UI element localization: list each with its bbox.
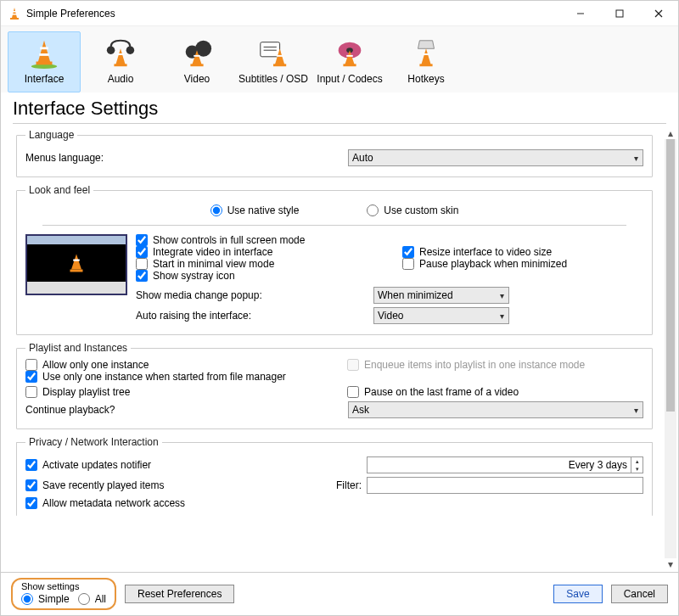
continue-playback-select[interactable]: Ask — [348, 401, 643, 418]
media-popup-select[interactable]: When minimized — [373, 287, 509, 304]
minimize-button[interactable] — [561, 1, 600, 26]
svg-marker-38 — [71, 255, 81, 270]
tab-label: Hotkeys — [407, 73, 444, 85]
tab-input-codecs[interactable]: Input / Codecs — [313, 31, 386, 92]
vertical-scrollbar[interactable]: ▴ ▾ — [665, 127, 676, 570]
svg-rect-3 — [10, 18, 19, 20]
update-interval-spinner[interactable]: ▴▾ — [367, 456, 643, 473]
pause-last-frame-checkbox[interactable]: Pause on the last frame of a video — [347, 386, 643, 398]
skin-preview — [25, 234, 127, 295]
spinner-up[interactable]: ▴ — [631, 457, 643, 465]
resize-interface-checkbox[interactable]: Resize interface to video size — [402, 246, 643, 258]
show-all-radio[interactable]: All — [78, 593, 106, 605]
enqueue-one-instance-checkbox: Enqueue items into playlist in one insta… — [347, 359, 643, 371]
group-look-feel: Look and feel Use native style Use custo… — [16, 184, 653, 335]
svg-marker-34 — [418, 41, 435, 49]
auto-raise-select[interactable]: Video — [373, 307, 509, 324]
spinner-down[interactable]: ▾ — [631, 465, 643, 473]
pause-minimized-checkbox[interactable]: Pause playback when minimized — [402, 258, 643, 270]
reset-preferences-button[interactable]: Reset Preferences — [125, 585, 234, 603]
scroll-thumb[interactable] — [666, 139, 675, 412]
tab-interface[interactable]: Interface — [8, 31, 81, 92]
minimal-view-checkbox[interactable]: Start in minimal view mode — [136, 258, 377, 270]
svg-rect-22 — [190, 64, 203, 66]
updates-notifier-checkbox[interactable]: Activate updates notifier — [25, 459, 151, 471]
native-style-radio[interactable]: Use native style — [210, 204, 300, 216]
show-settings-group: Show settings Simple All — [11, 578, 116, 610]
hotkeys-icon — [410, 37, 442, 70]
group-legend: Playlist and Instances — [25, 342, 131, 354]
audio-icon — [104, 37, 137, 70]
custom-skin-radio[interactable]: Use custom skin — [367, 204, 458, 216]
close-button[interactable] — [639, 1, 678, 26]
save-button[interactable]: Save — [553, 585, 602, 603]
menus-language-label: Menus language: — [25, 152, 104, 164]
update-interval-input[interactable] — [368, 457, 631, 473]
svg-rect-33 — [343, 64, 356, 66]
systray-checkbox[interactable]: Show systray icon — [136, 270, 377, 282]
scroll-up-arrow[interactable]: ▴ — [665, 127, 676, 139]
group-legend: Privacy / Network Interaction — [25, 436, 162, 448]
tab-label: Interface — [25, 73, 65, 85]
svg-rect-36 — [423, 53, 429, 55]
group-language: Language Menus language: Auto — [16, 129, 653, 177]
metadata-access-checkbox[interactable]: Allow metadata network access — [25, 497, 643, 509]
svg-rect-23 — [261, 42, 280, 57]
svg-rect-39 — [73, 260, 80, 261]
window-title: Simple Preferences — [26, 8, 115, 20]
maximize-button[interactable] — [600, 1, 639, 26]
tab-label: Input / Codecs — [317, 73, 382, 85]
one-instance-filemanager-checkbox[interactable]: Use only one instance when started from … — [25, 371, 643, 383]
input-codecs-icon — [334, 37, 366, 70]
svg-rect-28 — [273, 64, 286, 66]
tab-video[interactable]: Video — [160, 31, 233, 92]
category-tabs: Interface Audio Video Subtitles / OSD In… — [1, 26, 678, 92]
group-playlist: Playlist and Instances Allow only one in… — [16, 342, 653, 429]
svg-marker-0 — [12, 8, 17, 18]
fullscreen-controls-checkbox[interactable]: Show controls in full screen mode — [136, 234, 377, 246]
show-simple-radio[interactable]: Simple — [21, 593, 70, 605]
svg-rect-5 — [616, 10, 623, 17]
auto-raise-label: Auto raising the interface: — [136, 310, 373, 322]
svg-rect-17 — [114, 64, 126, 66]
svg-marker-15 — [115, 48, 125, 64]
svg-rect-40 — [70, 270, 83, 272]
svg-rect-12 — [36, 62, 53, 65]
svg-rect-1 — [13, 11, 17, 13]
svg-rect-2 — [12, 14, 17, 15]
scroll-down-arrow[interactable]: ▾ — [665, 558, 676, 570]
scroll-track[interactable] — [665, 139, 676, 558]
tab-hotkeys[interactable]: Hotkeys — [390, 31, 463, 92]
divider — [13, 123, 666, 124]
save-recent-checkbox[interactable]: Save recently played items — [25, 479, 164, 491]
page-title: Interface Settings — [1, 92, 678, 123]
settings-scroll-area: Language Menus language: Auto Look and f… — [1, 126, 665, 572]
svg-rect-32 — [346, 55, 353, 57]
svg-marker-9 — [37, 41, 50, 64]
filter-input[interactable] — [367, 477, 643, 494]
svg-point-14 — [126, 46, 135, 54]
group-legend: Look and feel — [25, 184, 93, 196]
tab-audio[interactable]: Audio — [84, 31, 157, 92]
group-privacy: Privacy / Network Interaction Activate u… — [16, 436, 653, 516]
titlebar: Simple Preferences — [1, 1, 678, 26]
media-popup-label: Show media change popup: — [136, 289, 373, 301]
svg-rect-10 — [40, 47, 48, 49]
cancel-button[interactable]: Cancel — [611, 585, 668, 603]
display-playlist-tree-checkbox[interactable]: Display playlist tree — [25, 386, 322, 398]
tab-label: Video — [184, 73, 210, 85]
menus-language-select[interactable]: Auto — [348, 149, 643, 166]
svg-rect-16 — [117, 53, 124, 55]
tab-subtitles[interactable]: Subtitles / OSD — [237, 31, 310, 92]
group-legend: Language — [25, 129, 77, 141]
show-settings-label: Show settings — [21, 581, 106, 591]
svg-marker-35 — [421, 48, 430, 64]
svg-rect-37 — [419, 64, 432, 66]
tab-label: Subtitles / OSD — [238, 73, 308, 85]
video-icon — [181, 37, 213, 70]
one-instance-checkbox[interactable]: Allow only one instance — [25, 359, 322, 371]
integrate-video-checkbox[interactable]: Integrate video in interface — [136, 246, 377, 258]
vlc-app-icon — [8, 7, 21, 20]
interface-icon — [28, 37, 60, 70]
svg-rect-11 — [39, 53, 48, 56]
